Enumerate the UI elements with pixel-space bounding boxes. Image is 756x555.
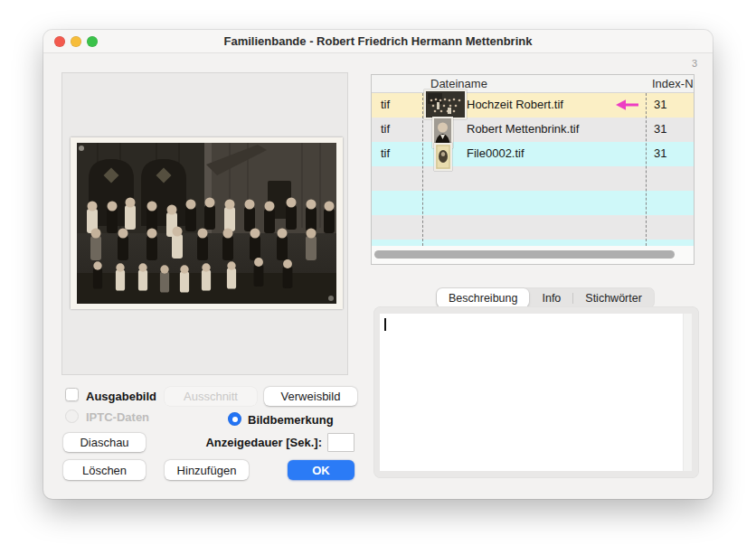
column-divider <box>646 93 647 246</box>
cell-filetype: tif <box>381 98 390 111</box>
tab-beschreibung[interactable]: Beschreibung <box>437 288 529 307</box>
items-count-label: 3 <box>692 58 697 69</box>
photo-preview <box>71 137 343 309</box>
cell-filetype: tif <box>381 122 390 136</box>
cell-index: 31 <box>654 98 666 111</box>
file-thumbnail <box>434 143 452 171</box>
column-header-dateiname: Dateiname <box>430 77 487 90</box>
column-divider <box>422 93 423 246</box>
tab-stichwoerter[interactable]: Stichwörter <box>573 288 654 307</box>
anzeigedauer-input[interactable] <box>327 433 354 452</box>
file-table[interactable]: Dateiname Index-Nr tif Hochzeit Robert.t… <box>371 74 695 265</box>
cell-index: 31 <box>654 122 666 136</box>
ausschnitt-button[interactable]: Ausschnitt <box>165 387 257 406</box>
text-caret <box>384 318 386 331</box>
table-header: Dateiname Index-Nr <box>372 75 694 93</box>
hinzufuegen-button[interactable]: Hinzufügen <box>165 460 249 480</box>
verweisbild-button[interactable]: Verweisbild <box>264 387 357 406</box>
window-title: Familienbande - Robert Friedrich Hermann… <box>224 34 533 48</box>
tab-info[interactable]: Info <box>530 288 572 307</box>
description-panel <box>373 306 699 478</box>
iptc-daten-label: IPTC-Daten <box>86 410 149 424</box>
cell-filetype: tif <box>381 146 390 160</box>
cell-filename: Hochzeit Robert.tif <box>467 98 563 111</box>
photo-preview-panel <box>61 72 348 375</box>
scrollbar-thumb[interactable] <box>374 250 675 259</box>
cell-filename: File0002.tif <box>467 146 524 160</box>
selection-arrow-icon <box>616 99 639 115</box>
info-tab-bar: Beschreibung Info Stichwörter <box>436 287 655 308</box>
zoom-button[interactable] <box>87 36 98 47</box>
bildbemerkung-label: Bildbemerkung <box>248 413 334 427</box>
file-thumbnail <box>424 89 467 119</box>
description-vertical-scrollbar[interactable] <box>683 314 692 471</box>
description-textarea[interactable] <box>380 314 685 471</box>
ok-button[interactable]: OK <box>288 460 354 480</box>
loeschen-button[interactable]: Löschen <box>63 460 146 480</box>
ausgabebild-checkbox[interactable] <box>65 388 79 401</box>
cell-index: 31 <box>654 146 666 160</box>
titlebar[interactable]: Familienbande - Robert Friedrich Hermann… <box>43 30 713 53</box>
minimize-button[interactable] <box>71 36 81 47</box>
cell-filename: Robert Mettenbrink.tif <box>467 122 579 136</box>
dialog-window: Familienbande - Robert Friedrich Hermann… <box>43 30 713 499</box>
diaschau-button[interactable]: Diaschau <box>63 433 146 452</box>
anzeigedauer-label: Anzeigedauer [Sek.]: <box>194 436 322 449</box>
column-header-index-nr: Index-Nr <box>652 77 695 90</box>
iptc-daten-radio[interactable] <box>65 409 79 423</box>
table-horizontal-scrollbar[interactable] <box>372 246 694 264</box>
close-button[interactable] <box>54 36 65 47</box>
ausgabebild-label: Ausgabebild <box>86 390 156 403</box>
bildbemerkung-radio[interactable] <box>228 412 241 426</box>
